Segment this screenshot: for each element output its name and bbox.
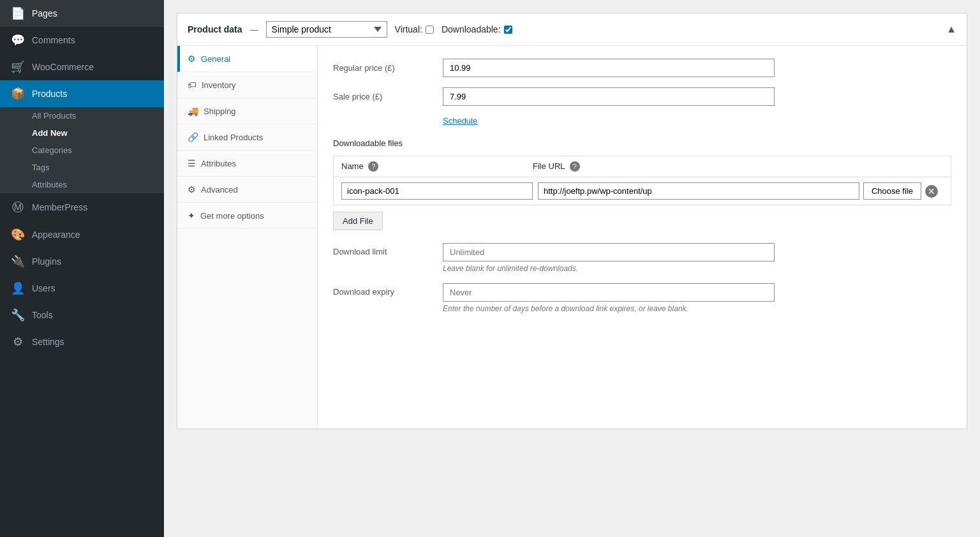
plugins-icon: 🔌 (10, 254, 26, 268)
download-expiry-input[interactable] (443, 283, 775, 302)
tab-shipping[interactable]: 🚚 Shipping (177, 98, 317, 124)
file-url-help-icon[interactable]: ? (570, 161, 580, 172)
sidebar-item-tools[interactable]: 🔧 Tools (0, 302, 164, 328)
users-icon: 👤 (10, 281, 26, 295)
sidebar-item-plugins[interactable]: 🔌 Plugins (0, 248, 164, 275)
tab-content-general: Regular price (£) Sale price (£) Schedul… (318, 46, 967, 429)
sidebar-item-add-new[interactable]: Add New (0, 124, 164, 142)
file-url-wrap: Choose file ✕ (538, 182, 938, 200)
download-limit-hint: Leave blank for unlimited re-downloads. (443, 264, 775, 273)
woocommerce-icon: 🛒 (10, 60, 26, 74)
product-data-box: Product data — Simple product Grouped pr… (177, 13, 967, 429)
choose-file-button[interactable]: Choose file (863, 182, 921, 200)
file-url-column-header: File URL ? (533, 161, 892, 172)
memberpress-icon: Ⓜ (10, 200, 26, 215)
sidebar-item-memberpress[interactable]: Ⓜ MemberPress (0, 193, 164, 221)
downloadable-label: Downloadable: (442, 24, 512, 34)
products-icon: 📦 (10, 87, 26, 101)
actions-column-header (892, 161, 943, 172)
virtual-checkbox[interactable] (426, 26, 434, 34)
download-limit-field-wrap: Leave blank for unlimited re-downloads. (443, 243, 775, 273)
regular-price-label: Regular price (£) (333, 63, 435, 73)
download-expiry-hint: Enter the number of days before a downlo… (443, 304, 775, 313)
general-tab-icon: ⚙ (188, 54, 196, 64)
inventory-tab-icon: 🏷 (188, 80, 197, 90)
virtual-label: Virtual: (395, 24, 434, 34)
files-table-header: Name ? File URL ? (334, 156, 951, 177)
file-row: Choose file ✕ (334, 177, 951, 205)
download-expiry-label: Download expiry (333, 283, 435, 297)
tab-general[interactable]: ⚙ General (177, 46, 317, 72)
add-file-button[interactable]: Add File (333, 212, 383, 230)
settings-icon: ⚙ (10, 335, 26, 349)
tab-attributes[interactable]: ☰ Attributes (177, 151, 317, 177)
file-url-input[interactable] (538, 182, 859, 200)
sidebar-item-tags[interactable]: Tags (0, 159, 164, 176)
sidebar-item-attributes[interactable]: Attributes (0, 176, 164, 193)
tab-inventory[interactable]: 🏷 Inventory (177, 72, 317, 98)
attributes-tab-icon: ☰ (188, 158, 196, 168)
regular-price-row: Regular price (£) (333, 59, 951, 77)
tab-advanced[interactable]: ⚙ Advanced (177, 177, 317, 203)
pages-icon: 📄 (10, 6, 26, 20)
tab-get-more-options[interactable]: ✦ Get more options (177, 203, 317, 229)
download-limit-input[interactable] (443, 243, 775, 261)
product-data-title: Product data (188, 24, 242, 34)
tab-linked-products[interactable]: 🔗 Linked Products (177, 124, 317, 151)
download-settings-section: Download limit Leave blank for unlimited… (333, 243, 951, 313)
download-expiry-row: Download expiry Enter the number of days… (333, 283, 951, 313)
sidebar: 📄 Pages 💬 Comments 🛒 WooCommerce 📦 Produ… (0, 0, 164, 537)
sale-price-label: Sale price (£) (333, 92, 435, 101)
sidebar-item-appearance[interactable]: 🎨 Appearance (0, 221, 164, 248)
sidebar-item-categories[interactable]: Categories (0, 142, 164, 159)
remove-file-button[interactable]: ✕ (925, 185, 938, 198)
sidebar-item-products[interactable]: 📦 Products (0, 80, 164, 107)
get-more-options-tab-icon: ✦ (188, 210, 195, 221)
download-expiry-field-wrap: Enter the number of days before a downlo… (443, 283, 775, 313)
download-limit-label: Download limit (333, 243, 435, 256)
sale-price-row: Sale price (£) (333, 87, 951, 106)
product-type-select[interactable]: Simple product Grouped product External/… (266, 21, 387, 38)
schedule-link[interactable]: Schedule (443, 116, 951, 126)
sidebar-item-users[interactable]: 👤 Users (0, 275, 164, 302)
linked-products-tab-icon: 🔗 (188, 132, 198, 142)
sidebar-item-pages[interactable]: 📄 Pages (0, 0, 164, 27)
files-table: Name ? File URL ? (333, 156, 951, 205)
product-data-header: Product data — Simple product Grouped pr… (177, 13, 967, 46)
shipping-tab-icon: 🚚 (188, 106, 198, 116)
download-limit-row: Download limit Leave blank for unlimited… (333, 243, 951, 273)
comments-icon: 💬 (10, 33, 26, 47)
sidebar-item-all-products[interactable]: All Products (0, 107, 164, 124)
sidebar-item-settings[interactable]: ⚙ Settings (0, 328, 164, 355)
advanced-tab-icon: ⚙ (188, 184, 196, 195)
product-data-body: ⚙ General 🏷 Inventory 🚚 Shipping 🔗 Linke… (177, 46, 967, 429)
appearance-icon: 🎨 (10, 228, 26, 242)
name-column-header: Name ? (341, 161, 533, 172)
downloadable-files-section: Downloadable files Name ? File URL ? (333, 138, 951, 230)
tools-icon: 🔧 (10, 308, 26, 322)
tabs-nav: ⚙ General 🏷 Inventory 🚚 Shipping 🔗 Linke… (177, 46, 318, 429)
regular-price-input[interactable] (443, 59, 775, 77)
sale-price-input[interactable] (443, 87, 775, 106)
sidebar-item-comments[interactable]: 💬 Comments (0, 27, 164, 54)
main-content: Product data — Simple product Grouped pr… (164, 0, 980, 537)
dash: — (250, 25, 258, 34)
sidebar-item-woocommerce[interactable]: 🛒 WooCommerce (0, 54, 164, 80)
file-name-input[interactable] (341, 182, 533, 200)
downloadable-files-title: Downloadable files (333, 138, 951, 148)
products-submenu: All Products Add New Categories Tags Att… (0, 107, 164, 193)
downloadable-checkbox[interactable] (504, 26, 512, 34)
name-help-icon[interactable]: ? (368, 161, 378, 172)
collapse-button[interactable]: ▲ (946, 24, 956, 35)
